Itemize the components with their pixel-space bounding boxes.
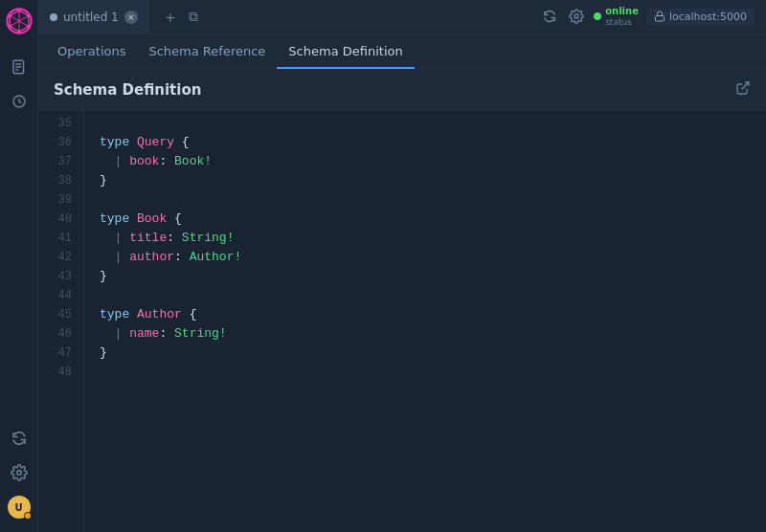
sidebar-icon-settings[interactable] <box>8 461 31 484</box>
share-icon[interactable] <box>735 80 751 100</box>
code-line: | name: String! <box>100 324 751 344</box>
avatar-status-dot <box>24 512 32 520</box>
line-number: 35 <box>46 114 72 133</box>
code-line: } <box>100 267 751 286</box>
settings-button[interactable] <box>567 7 586 26</box>
topbar-right: online status localhost:5000 <box>540 6 766 28</box>
svg-point-10 <box>8 13 11 17</box>
code-line <box>100 190 751 210</box>
code-line: | title: String! <box>100 229 751 248</box>
line-number: 37 <box>46 152 72 171</box>
sidebar: U <box>0 0 38 532</box>
refresh-button[interactable] <box>540 7 559 26</box>
tab-operations[interactable]: Operations <box>46 34 137 69</box>
status-online-label: online <box>605 6 639 17</box>
line-number: 44 <box>46 286 72 305</box>
sidebar-icon-refresh[interactable] <box>8 427 31 450</box>
tab-actions: + ⧉ <box>153 8 211 27</box>
code-content: 3536373839404142434445464748 type Query … <box>38 110 766 532</box>
svg-point-16 <box>16 471 21 476</box>
avatar[interactable]: U <box>8 496 31 519</box>
line-number: 42 <box>46 248 72 267</box>
line-number: 36 <box>46 133 72 152</box>
code-editor[interactable]: 3536373839404142434445464748 type Query … <box>38 110 766 532</box>
line-number: 41 <box>46 229 72 248</box>
localhost-label: localhost:5000 <box>669 11 747 23</box>
page-title-bar: Schema Definition <box>38 69 766 110</box>
svg-point-17 <box>574 14 578 18</box>
sidebar-icon-history[interactable] <box>8 90 31 113</box>
code-line: } <box>100 171 751 190</box>
line-number: 46 <box>46 324 72 344</box>
status-badge: online status <box>594 6 639 28</box>
code-line <box>100 114 751 133</box>
code-line: type Author { <box>100 305 751 324</box>
tab-dot <box>50 13 57 21</box>
copy-tab-button[interactable]: ⧉ <box>184 8 203 27</box>
svg-point-9 <box>8 25 11 29</box>
sidebar-icon-docs[interactable] <box>8 55 31 78</box>
main-panel: untitled 1 × + ⧉ <box>38 0 766 532</box>
code-lines: type Query { | book: Book!} type Book { … <box>84 110 766 532</box>
app-logo[interactable] <box>6 8 33 34</box>
line-number: 40 <box>46 210 72 229</box>
code-line: type Book { <box>100 210 751 229</box>
tab-name: untitled 1 <box>63 11 119 24</box>
svg-point-5 <box>16 9 20 12</box>
svg-line-19 <box>742 82 749 89</box>
code-line: type Query { <box>100 133 751 152</box>
tab-schema-reference[interactable]: Schema Reference <box>137 34 277 69</box>
line-numbers: 3536373839404142434445464748 <box>38 110 84 532</box>
topbar: untitled 1 × + ⧉ <box>38 0 766 34</box>
svg-point-8 <box>16 30 20 33</box>
line-number: 45 <box>46 305 72 324</box>
code-line: } <box>100 344 751 363</box>
status-dot <box>594 12 601 20</box>
active-tab[interactable]: untitled 1 × <box>38 0 149 34</box>
line-number: 39 <box>46 190 72 210</box>
tab-close-button[interactable]: × <box>124 11 138 24</box>
svg-point-6 <box>26 13 30 17</box>
line-number: 47 <box>46 344 72 363</box>
line-number: 43 <box>46 267 72 286</box>
code-line: | book: Book! <box>100 152 751 171</box>
code-line: | author: Author! <box>100 248 751 267</box>
nav-tabs: Operations Schema Reference Schema Defin… <box>38 34 766 69</box>
code-line <box>100 363 751 382</box>
add-tab-button[interactable]: + <box>161 8 180 27</box>
page-title: Schema Definition <box>54 81 201 99</box>
svg-point-7 <box>26 25 30 29</box>
status-sub-label: status <box>605 17 639 28</box>
localhost-badge[interactable]: localhost:5000 <box>646 9 755 25</box>
svg-rect-18 <box>655 16 664 22</box>
tab-schema-definition[interactable]: Schema Definition <box>277 34 414 69</box>
line-number: 38 <box>46 171 72 190</box>
line-number: 48 <box>46 363 72 382</box>
code-line <box>100 286 751 305</box>
status-text: online status <box>605 6 639 28</box>
